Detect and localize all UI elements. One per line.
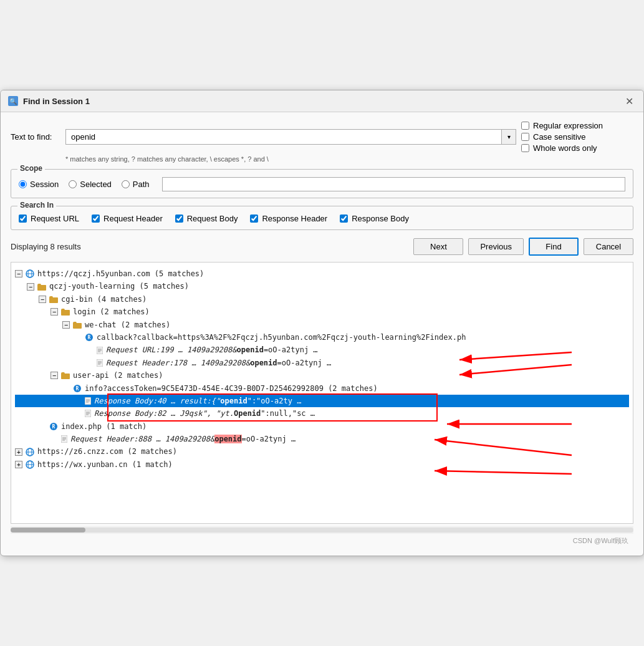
tree-node-content: R index.php (1 match): [15, 420, 147, 433]
close-button[interactable]: ✕: [622, 94, 636, 108]
request-header-checkbox[interactable]: [92, 215, 100, 223]
scope-row: Session Selected Path: [19, 177, 625, 191]
whole-words-row: Whole words only: [521, 143, 633, 153]
node-text: cgi-bin (4 matches): [61, 293, 147, 306]
previous-button[interactable]: Previous: [468, 238, 524, 255]
node-text: login (2 matches): [73, 306, 150, 318]
watermark: CSDN @Wulf顾玖: [11, 534, 633, 547]
response-header-checkbox[interactable]: [250, 215, 258, 223]
request-url-checkbox[interactable]: [19, 215, 27, 223]
request-header-row: Request Header: [92, 214, 163, 223]
session-radio[interactable]: [19, 180, 27, 188]
keyword-match: openid: [250, 359, 277, 367]
response-header-label: Response Header: [262, 214, 327, 223]
tree-node[interactable]: R index.php (1 match): [15, 420, 629, 433]
node-text: callback?callback=https%3A%2F%2Fqczj.h5y…: [97, 331, 466, 344]
title-bar: 🔍 Find in Session 1 ✕: [1, 90, 643, 112]
svg-text:R: R: [76, 386, 79, 392]
response-body-checkbox[interactable]: [340, 215, 348, 223]
keyword-match: openid: [237, 345, 264, 354]
tree-node-content: Request Header:178 … 1409a29208&openid=o…: [15, 357, 331, 369]
selected-label: Selected: [80, 180, 112, 189]
scope-group: Scope Session Selected Path: [11, 169, 633, 198]
path-input[interactable]: [162, 177, 625, 191]
tree-node[interactable]: Request URL:199 … 1409a29208&openid=oO-a…: [15, 344, 629, 356]
keyword-match: Openid: [234, 409, 261, 418]
response-body-label: Response Body: [352, 214, 409, 223]
svg-text:R: R: [88, 335, 91, 340]
results-text: Displaying 8 results: [11, 242, 408, 251]
scrollbar-track: [11, 528, 633, 533]
title-bar-left: 🔍 Find in Session 1: [8, 96, 90, 106]
tree-node-content: + https://wx.yunban.cn (1 match): [15, 458, 173, 471]
regular-expression-label: Regular expression: [533, 121, 603, 130]
tree-node[interactable]: − qczj-youth-learning (5 matches): [15, 280, 629, 292]
request-url-row: Request URL: [19, 214, 79, 223]
tree-node[interactable]: Request Header:178 … 1409a29208&openid=o…: [15, 357, 629, 369]
request-url-label: Request URL: [31, 214, 79, 223]
node-text: user-api (2 matches): [73, 369, 163, 382]
node-text: index.php (1 match): [61, 420, 147, 433]
tree-node-content: − we-chat (2 matches): [15, 319, 170, 331]
tree-node-content: − qczj-youth-learning (5 matches): [15, 280, 189, 292]
dialog-body: Text to find: ▾ Regular expression Case …: [1, 112, 643, 556]
find-dropdown-button[interactable]: ▾: [501, 129, 516, 145]
node-text: Request Header:178 … 1409a29208&openid=o…: [106, 357, 331, 369]
tree-panel[interactable]: − https://qczj.h5yunban.com (5 matches) …: [11, 262, 633, 524]
options-column: Regular expression Case sensitive Whole …: [521, 121, 633, 153]
horizontal-scrollbar[interactable]: [11, 526, 633, 534]
tree-node[interactable]: − cgi-bin (4 matches): [15, 293, 629, 306]
dialog-icon: 🔍: [8, 96, 18, 106]
path-radio[interactable]: [122, 180, 130, 188]
tree-wrapper: − https://qczj.h5yunban.com (5 matches) …: [11, 262, 633, 524]
cancel-button[interactable]: Cancel: [584, 238, 633, 255]
whole-words-label: Whole words only: [533, 143, 597, 153]
request-body-row: Request Body: [175, 214, 238, 223]
tree-node-content: Request URL:199 … 1409a29208&openid=oO-a…: [15, 344, 318, 356]
selected-radio[interactable]: [69, 180, 77, 188]
path-label: Path: [133, 180, 150, 189]
regular-expression-checkbox[interactable]: [521, 122, 529, 130]
next-button[interactable]: Next: [413, 238, 463, 255]
tree-node-content: Request Header:888 … 1409a29208&openid=o…: [15, 433, 296, 445]
find-row: Text to find: ▾ Regular expression Case …: [11, 121, 633, 153]
tree-node-content: R info?accessToken=9C5E473D-454E-4C39-B0…: [15, 382, 378, 395]
tree-node[interactable]: R callback?callback=https%3A%2F%2Fqczj.h…: [15, 331, 629, 344]
find-input[interactable]: [65, 129, 501, 145]
find-input-wrapper: ▾: [65, 129, 516, 145]
path-radio-row: Path: [122, 180, 150, 189]
tree-node[interactable]: + https://wx.yunban.cn (1 match): [15, 458, 629, 471]
tree-node[interactable]: Response Body:82 … J9qsk", "yt.Openid":n…: [15, 407, 629, 420]
search-in-group: Search In Request URL Request Header Req…: [11, 206, 633, 230]
whole-words-checkbox[interactable]: [521, 144, 529, 152]
tree-node-content: − cgi-bin (4 matches): [15, 293, 147, 306]
request-body-checkbox[interactable]: [175, 215, 183, 223]
tree-node[interactable]: Response Body:40 … result:{"openid":"oO-…: [15, 395, 629, 407]
tree-node-content: + https://z6.cnzz.com (2 matches): [15, 445, 177, 458]
tree-node[interactable]: R info?accessToken=9C5E473D-454E-4C39-B0…: [15, 382, 629, 395]
tree-node[interactable]: − we-chat (2 matches): [15, 319, 629, 331]
tree-node[interactable]: Request Header:888 … 1409a29208&openid=o…: [15, 433, 629, 445]
tree-node[interactable]: + https://z6.cnzz.com (2 matches): [15, 445, 629, 458]
tree-node[interactable]: − https://qczj.h5yunban.com (5 matches): [15, 268, 629, 280]
node-text: https://wx.yunban.cn (1 match): [37, 458, 173, 471]
tree-node-content: − https://qczj.h5yunban.com (5 matches): [15, 268, 204, 280]
tree-node-content: Response Body:40 … result:{"openid":"oO-…: [15, 395, 301, 407]
keyword-highlight: openid: [214, 435, 241, 443]
node-text: Response Body:82 … J9qsk", "yt.Openid":n…: [94, 407, 315, 420]
node-text: we-chat (2 matches): [85, 319, 170, 331]
tree-node[interactable]: − user-api (2 matches): [15, 369, 629, 382]
node-text: info?accessToken=9C5E473D-454E-4C39-B0D7…: [85, 382, 378, 395]
tree-node[interactable]: − login (2 matches): [15, 306, 629, 318]
response-body-row: Response Body: [340, 214, 409, 223]
request-header-label: Request Header: [103, 214, 163, 223]
scrollbar-thumb[interactable]: [11, 528, 85, 533]
case-sensitive-checkbox[interactable]: [521, 133, 529, 141]
search-in-row: Request URL Request Header Request Body …: [19, 214, 625, 223]
keyword-match: openid: [220, 397, 247, 405]
find-button[interactable]: Find: [529, 238, 579, 256]
node-text: qczj-youth-learning (5 matches): [49, 280, 189, 292]
request-body-label: Request Body: [187, 214, 238, 223]
node-text: https://z6.cnzz.com (2 matches): [37, 445, 177, 458]
scope-group-label: Scope: [17, 164, 45, 173]
